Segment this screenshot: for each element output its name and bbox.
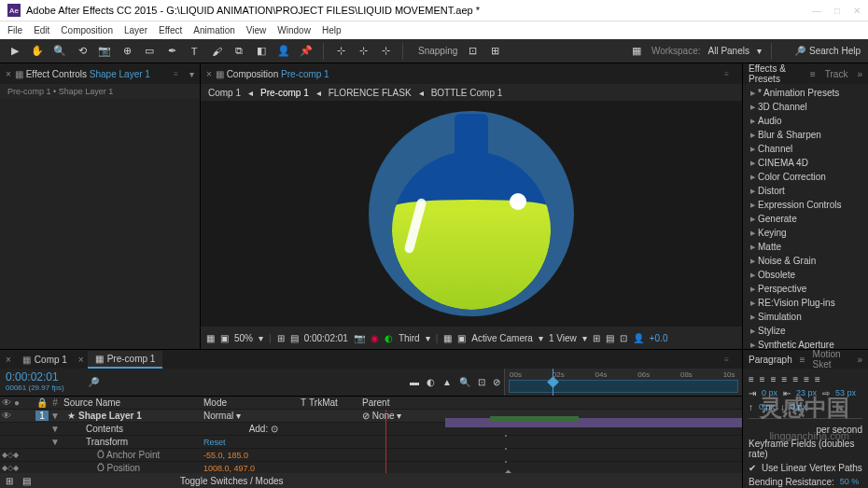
space-before-value[interactable]: 0 px bbox=[759, 402, 775, 412]
channel-icon[interactable]: ◉ bbox=[371, 333, 379, 343]
panel-dropdown-icon[interactable]: ▾ bbox=[189, 69, 194, 79]
effects-presets-tab[interactable]: Effects & Presets bbox=[749, 63, 801, 84]
menu-composition[interactable]: Composition bbox=[61, 25, 113, 35]
effects-preset-item[interactable]: ▶RE:Vision Plug-ins bbox=[743, 296, 868, 310]
panel-menu-icon[interactable]: ≡ bbox=[800, 355, 805, 365]
menu-layer[interactable]: Layer bbox=[124, 25, 147, 35]
minimize-button[interactable]: — bbox=[812, 6, 821, 16]
resolution-dropdown[interactable]: Third bbox=[399, 333, 420, 343]
timeline-toggle-icon[interactable]: ▤ bbox=[22, 476, 31, 486]
viewer-icon[interactable]: 👤 bbox=[633, 333, 644, 343]
view-dropdown[interactable]: 1 View bbox=[549, 333, 577, 343]
clone-tool-icon[interactable]: ⧉ bbox=[231, 44, 246, 59]
justify-icon[interactable]: ≡ bbox=[804, 374, 809, 384]
nav-item-bottle[interactable]: BOTTLE Comp 1 bbox=[431, 88, 503, 98]
panel-close-icon[interactable]: × bbox=[6, 69, 11, 79]
property-value[interactable]: Reset bbox=[203, 438, 226, 447]
roto-tool-icon[interactable]: 👤 bbox=[276, 44, 291, 59]
rotate-tool-icon[interactable]: ⟲ bbox=[75, 44, 90, 59]
parent-header[interactable]: Parent bbox=[360, 397, 444, 408]
selection-tool-icon[interactable]: ▶ bbox=[7, 44, 22, 59]
panel-close-icon[interactable]: × bbox=[78, 355, 84, 365]
effects-preset-item[interactable]: ▶Perspective bbox=[743, 282, 868, 296]
mode-header[interactable]: Mode bbox=[202, 397, 286, 408]
text-tool-icon[interactable]: T bbox=[187, 44, 202, 59]
grid-icon[interactable]: ▦ bbox=[206, 333, 215, 343]
panel-menu-icon[interactable]: ≡ bbox=[724, 356, 729, 364]
align-right-icon[interactable]: ≡ bbox=[771, 374, 777, 384]
nav-item-precomp1[interactable]: Pre-comp 1 bbox=[260, 88, 309, 98]
anchor-tool-icon[interactable]: ⊕ bbox=[119, 44, 134, 59]
workspace-dropdown[interactable]: All Panels bbox=[708, 46, 749, 56]
timeline-icon[interactable]: ⊡ bbox=[478, 377, 485, 387]
workspace-icon[interactable]: ▦ bbox=[629, 44, 644, 59]
timeline-icon[interactable]: 🔍 bbox=[459, 377, 470, 387]
viewer-icon[interactable]: ⊞ bbox=[277, 333, 285, 343]
hand-tool-icon[interactable]: ✋ bbox=[30, 44, 45, 59]
viewer-icon[interactable]: ▤ bbox=[290, 333, 299, 343]
viewer-icon[interactable]: ▦ bbox=[443, 333, 452, 343]
justify-icon[interactable]: ≡ bbox=[782, 374, 788, 384]
effects-preset-item[interactable]: ▶Simulation bbox=[743, 310, 868, 324]
composition-tab[interactable]: ▦ Composition Pre-comp 1 bbox=[216, 69, 329, 79]
trkmat-header[interactable]: TrkMat bbox=[309, 397, 338, 408]
zoom-tool-icon[interactable]: 🔍 bbox=[52, 44, 67, 59]
layer-mode-dropdown[interactable]: Normal ▾ bbox=[202, 411, 286, 421]
effects-preset-item[interactable]: ▶Distort bbox=[743, 184, 868, 198]
axis-tool-icon[interactable]: ⊹ bbox=[356, 44, 371, 59]
timeline-ruler[interactable]: 00s 02s 04s 06s 08s 10s bbox=[504, 369, 742, 396]
panel-menu-icon[interactable]: ≡ bbox=[810, 69, 816, 79]
effect-controls-tab[interactable]: ▦ Effect Controls Shape Layer 1 bbox=[15, 69, 150, 79]
menu-window[interactable]: Window bbox=[277, 25, 311, 35]
viewer-icon[interactable]: ▣ bbox=[220, 333, 229, 343]
exposure-value[interactable]: +0.0 bbox=[650, 333, 668, 343]
effects-preset-item[interactable]: ▶Stylize bbox=[743, 324, 868, 338]
timeline-tab-comp1[interactable]: ▦ Comp 1 bbox=[15, 352, 75, 368]
align-center-icon[interactable]: ≡ bbox=[760, 374, 765, 384]
menu-animation[interactable]: Animation bbox=[193, 25, 234, 35]
property-name[interactable]: Transform bbox=[62, 437, 202, 447]
viewer-icon[interactable]: ⊞ bbox=[593, 333, 600, 343]
timeline-icon[interactable]: ▬ bbox=[410, 377, 419, 387]
snap-icon[interactable]: ⊞ bbox=[487, 44, 502, 59]
playhead[interactable] bbox=[553, 369, 553, 396]
layer-expand-icon[interactable]: ▼ bbox=[49, 411, 62, 421]
shape-tool-icon[interactable]: ▭ bbox=[142, 44, 157, 59]
property-value[interactable]: -55.0, 185.0 bbox=[203, 451, 248, 460]
property-name[interactable]: Contents bbox=[62, 424, 202, 434]
space-after-value[interactable]: 0 px bbox=[791, 402, 806, 412]
panel-expand-icon[interactable]: » bbox=[857, 69, 862, 79]
search-help-input[interactable]: Search Help bbox=[809, 46, 861, 56]
property-expand-icon[interactable]: ▼ bbox=[49, 424, 62, 434]
eraser-tool-icon[interactable]: ◧ bbox=[254, 44, 269, 59]
track-tab[interactable]: Track bbox=[825, 69, 848, 79]
align-left-icon[interactable]: ≡ bbox=[749, 374, 754, 384]
timeline-tab-precomp1[interactable]: ▦ Pre-comp 1 bbox=[88, 351, 163, 369]
motion-sketch-tab[interactable]: Motion Sket bbox=[813, 349, 850, 369]
effects-preset-item[interactable]: ▶* Animation Presets bbox=[743, 86, 868, 100]
toggle-switches-button[interactable]: Toggle Switches / Modes bbox=[180, 476, 284, 486]
effects-preset-item[interactable]: ▶Generate bbox=[743, 212, 868, 226]
effects-preset-item[interactable]: ▶Color Correction bbox=[743, 170, 868, 184]
property-name[interactable]: Ö Anchor Point bbox=[62, 450, 202, 460]
menu-effect[interactable]: Effect bbox=[159, 25, 182, 35]
viewer-icon[interactable]: ▤ bbox=[606, 333, 614, 343]
effects-preset-item[interactable]: ▶Synthetic Aperture bbox=[743, 338, 868, 349]
layer-name[interactable]: ★ Shape Layer 1 bbox=[62, 411, 202, 421]
camera-dropdown[interactable]: Active Camera bbox=[471, 333, 533, 343]
camera-tool-icon[interactable]: 📷 bbox=[97, 44, 112, 59]
indent-right-value[interactable]: 23 px bbox=[796, 388, 817, 398]
timeline-icon[interactable]: ◐ bbox=[427, 377, 435, 387]
timeline-toggle-icon[interactable]: ⊞ bbox=[6, 476, 13, 486]
effects-preset-item[interactable]: ▶CINEMA 4D bbox=[743, 156, 868, 170]
menu-edit[interactable]: Edit bbox=[34, 25, 49, 35]
puppet-tool-icon[interactable]: 📌 bbox=[299, 44, 314, 59]
timeline-icon[interactable]: ▲ bbox=[442, 377, 452, 387]
panel-menu-icon[interactable]: ≡ bbox=[174, 70, 178, 78]
effects-preset-item[interactable]: ▶Matte bbox=[743, 240, 868, 254]
panel-close-icon[interactable]: × bbox=[206, 69, 212, 79]
bending-value[interactable]: 50 % bbox=[840, 477, 860, 487]
viewer-icon[interactable]: ▣ bbox=[457, 333, 466, 343]
indent-left-value[interactable]: 0 px bbox=[762, 388, 777, 398]
visibility-toggle[interactable]: 👁 bbox=[2, 411, 11, 421]
